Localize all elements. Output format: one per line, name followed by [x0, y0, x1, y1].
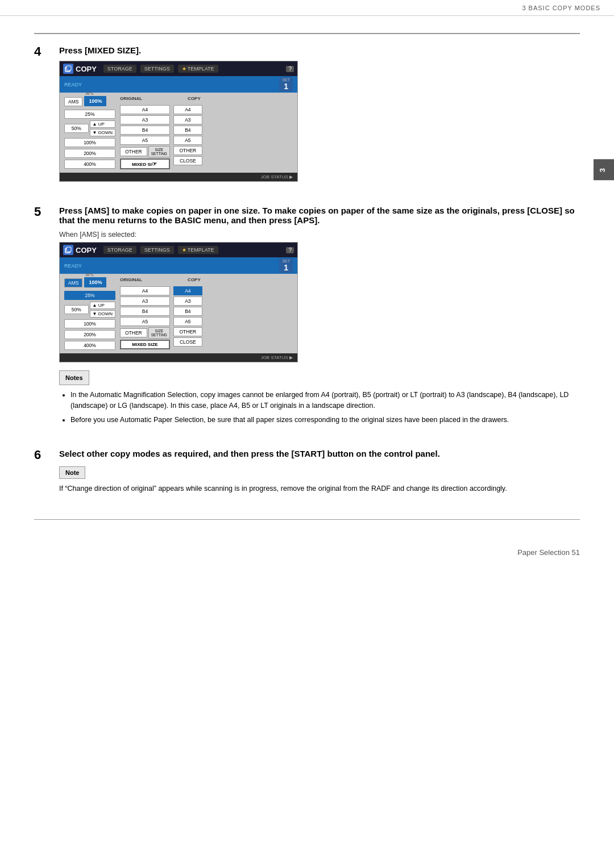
ui-close-btn-2[interactable]: CLOSE	[173, 337, 202, 347]
ui-orig-col-2: A4 A3 B4 A5 OTHER SIZESETTING MIXED SIZE	[120, 286, 170, 349]
ui-copy-a5-1[interactable]: A5	[173, 136, 202, 145]
ui-copy-other-1[interactable]: OTHER	[173, 146, 202, 155]
ui-zoom-100-1: 100%	[84, 96, 106, 106]
notes-list: In the Automatic Magnification Selection…	[70, 390, 580, 425]
ui-copy-a4-2[interactable]: A4	[173, 286, 202, 295]
ui-left-col-2: AMS APS 100% 25% 50% ▲ UP ▼ DOWN	[64, 277, 115, 350]
main-content: 4 Press [MIXED SIZE]. COPY STORAGE SETTI…	[0, 16, 614, 542]
ui-pct-50-2[interactable]: 50%	[64, 305, 89, 314]
ui-help-btn-1[interactable]: ?	[286, 66, 294, 72]
ui-set-2: SET 1	[279, 258, 293, 273]
ui-ams-btn-2[interactable]: AMS	[64, 278, 82, 287]
ui-pct-50-1[interactable]: 50%	[64, 124, 89, 133]
ui-ready-2: READY	[64, 263, 82, 269]
ui-set-num-2: 1	[284, 263, 288, 272]
ui-down-btn-1[interactable]: ▼ DOWN	[90, 129, 115, 136]
step-6-number: 6	[34, 448, 55, 462]
ui-help-btn-2[interactable]: ?	[286, 247, 294, 253]
ui-tab-settings-2[interactable]: SETTINGS	[140, 246, 174, 254]
ui-updown-2: ▲ UP ▼ DOWN	[90, 302, 115, 318]
ui-copy-a4-1[interactable]: A4	[173, 105, 202, 114]
svg-rect-3	[67, 247, 71, 252]
ui-orig-other-2[interactable]: OTHER	[120, 328, 147, 337]
ui-tab-storage-1[interactable]: STORAGE	[103, 65, 136, 73]
step-5: 5 Press [AMS] to make copies on paper in…	[34, 206, 580, 433]
ui-copy-b4-2[interactable]: B4	[173, 307, 202, 316]
step-6: 6 Select other copy modes as required, a…	[34, 449, 580, 502]
ui-pct-400-2[interactable]: 400%	[64, 341, 115, 350]
ui-orig-a4-1[interactable]: A4	[120, 105, 170, 114]
step-6-body: Select other copy modes as required, and…	[59, 449, 580, 502]
bottom-divider	[34, 519, 580, 520]
note-item-2: Before you use Automatic Paper Selection…	[70, 415, 580, 425]
note-single-section: Note If “Change direction of original” a…	[59, 466, 580, 494]
ui-set-num-1: 1	[284, 82, 288, 91]
svg-rect-1	[67, 66, 71, 70]
ui-topbar-1: COPY STORAGE SETTINGS ★TEMPLATE ?	[60, 61, 297, 76]
ui-orig-other-1[interactable]: OTHER	[120, 147, 147, 156]
ui-size-setting-2[interactable]: SIZESETTING	[148, 327, 170, 339]
ui-tab-storage-2[interactable]: STORAGE	[103, 246, 136, 254]
ui-subbar-1: READY SET 1	[60, 76, 297, 93]
ui-up-btn-1[interactable]: ▲ UP	[90, 120, 115, 128]
ui-center-right-1: ORIGINAL COPY A4 A3 B4 A5 OTHER	[120, 96, 293, 169]
ui-copy-a5-2[interactable]: A5	[173, 317, 202, 326]
ui-copy-a3-2[interactable]: A3	[173, 297, 202, 306]
ui-ams-btn-1[interactable]: AMS	[64, 97, 82, 106]
ui-main-1: AMS APS 100% 25% 50% ▲ UP ▼ DOWN	[60, 93, 297, 173]
ui-copy-b4-1[interactable]: B4	[173, 126, 202, 135]
ui-bottom-bar-2: JOB STATUS ▶	[60, 353, 297, 362]
ui-size-setting-1[interactable]: SIZESETTING	[148, 146, 170, 157]
ui-header-row-1: ORIGINAL COPY	[120, 96, 293, 102]
ui-copy-title-2: COPY	[76, 246, 97, 254]
ui-job-status-2[interactable]: JOB STATUS ▶	[261, 355, 293, 360]
step-5-body: Press [AMS] to make copies on paper in o…	[59, 206, 580, 433]
ui-copy-col-1: A4 A3 B4 A5 OTHER CLOSE	[173, 105, 202, 169]
ui-copy-other-2[interactable]: OTHER	[173, 327, 202, 336]
ui-pct-25-2[interactable]: 25%	[64, 291, 115, 300]
notes-section: Notes In the Automatic Magnification Sel…	[59, 370, 580, 425]
ui-up-btn-2[interactable]: ▲ UP	[90, 302, 115, 309]
ui-subbar-2: READY SET 1	[60, 257, 297, 274]
ui-zoom-100-2: 100%	[84, 277, 106, 287]
ui-orig-a3-2[interactable]: A3	[120, 297, 170, 306]
ui-orig-header-1: ORIGINAL	[120, 96, 142, 101]
ui-pct-200-2[interactable]: 200%	[64, 330, 115, 339]
ui-orig-b4-2[interactable]: B4	[120, 307, 170, 316]
step-4-title: Press [MIXED SIZE].	[59, 45, 580, 55]
ui-topbar-2: COPY STORAGE SETTINGS ★TEMPLATE ?	[60, 243, 297, 257]
ui-mixed-size-btn-2[interactable]: MIXED SIZE	[120, 340, 170, 349]
ui-orig-a5-1[interactable]: A5	[120, 136, 170, 145]
ui-tab-template-2[interactable]: ★TEMPLATE	[178, 246, 218, 254]
ui-pct-100-2[interactable]: 100%	[64, 319, 115, 328]
ui-set-1: SET 1	[279, 77, 293, 91]
ui-screenshot-2: COPY STORAGE SETTINGS ★TEMPLATE ? READY …	[59, 242, 298, 362]
ui-pct-100-1[interactable]: 100%	[64, 138, 115, 147]
ui-copy-a3-1[interactable]: A3	[173, 115, 202, 124]
footer: Paper Selection 51	[0, 542, 614, 557]
ui-ams-section-2: AMS APS 100%	[64, 277, 115, 287]
step-5-when: When [AMS] is selected:	[59, 231, 580, 239]
ui-orig-a3-1[interactable]: A3	[120, 115, 170, 124]
ui-orig-b4-1[interactable]: B4	[120, 126, 170, 135]
ui-mixed-size-btn-1[interactable]: MIXED SI☞	[120, 158, 170, 169]
ui-orig-a4-2[interactable]: A4	[120, 286, 170, 295]
ui-pct-400-1[interactable]: 400%	[64, 160, 115, 169]
ui-ready-1: READY	[64, 82, 82, 87]
ui-down-btn-2[interactable]: ▼ DOWN	[90, 310, 115, 318]
copy-app-icon-2	[63, 245, 73, 255]
ui-pct-200-1[interactable]: 200%	[64, 149, 115, 158]
ui-updown-1: ▲ UP ▼ DOWN	[90, 120, 115, 136]
ui-job-status-1[interactable]: JOB STATUS ▶	[261, 174, 293, 180]
ui-tab-template-1[interactable]: ★TEMPLATE	[178, 65, 218, 73]
ui-center-right-2: ORIGINAL COPY A4 A3 B4 A5 OTHER	[120, 277, 293, 350]
step-4: 4 Press [MIXED SIZE]. COPY STORAGE SETTI…	[34, 45, 580, 190]
ui-header-row-2: ORIGINAL COPY	[120, 277, 293, 283]
top-bar-label: 3 BASIC COPY MODES	[522, 5, 600, 11]
ui-orig-a5-2[interactable]: A5	[120, 317, 170, 326]
ui-tab-settings-1[interactable]: SETTINGS	[140, 65, 174, 73]
ui-pct-25-1[interactable]: 25%	[64, 110, 115, 119]
ui-copy-header-1: COPY	[188, 96, 201, 101]
ui-close-btn-1[interactable]: CLOSE	[173, 156, 202, 165]
ui-sizes-container-2: A4 A3 B4 A5 OTHER SIZESETTING MIXED SIZE	[120, 286, 293, 349]
